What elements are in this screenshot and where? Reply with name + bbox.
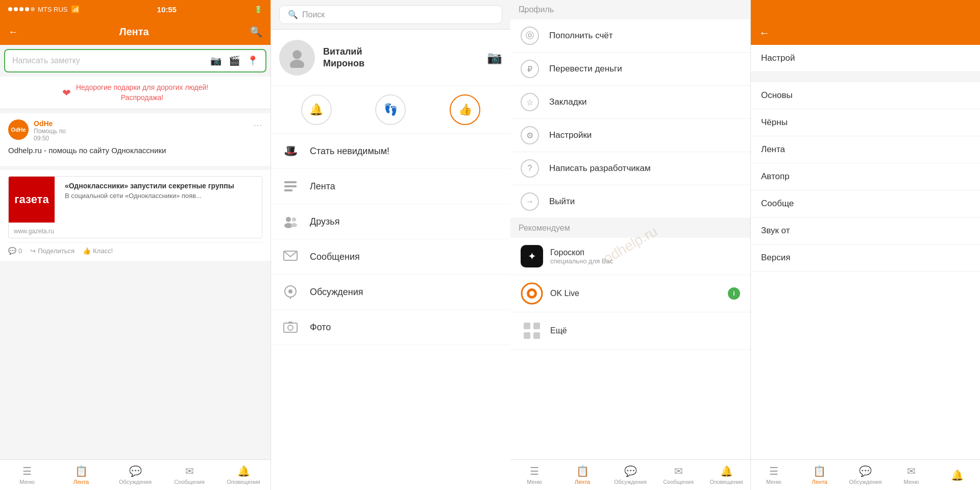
profile-actions: 🔔 👣 👍 — [271, 86, 510, 134]
comments-action[interactable]: 💬 0 — [8, 247, 22, 255]
menu-item-discussions[interactable]: Обсуждения — [271, 275, 510, 310]
ad-heart-icon: ❤ — [62, 87, 71, 99]
feed-menu-label: Лента — [310, 181, 335, 192]
pm-top-up[interactable]: ⓞ Пополнить счёт — [510, 19, 750, 53]
dot4 — [25, 7, 29, 11]
recommend-horoscope[interactable]: ✦ Гороскоп специально для Вас — [510, 238, 750, 275]
pm-write-dev[interactable]: ? Написать разработчикам — [510, 152, 750, 185]
pm-bookmarks[interactable]: ☆ Закладки — [510, 86, 750, 119]
feed-time-1: 09:50 — [34, 135, 248, 142]
profile-section: Виталий Миронов 📷 — [271, 30, 510, 86]
oklive-icon — [521, 282, 543, 305]
back-button[interactable]: ← — [8, 26, 18, 38]
settings-item-2[interactable]: Чёрны — [751, 109, 980, 136]
discussions-label: Обсуждения — [119, 479, 152, 485]
footprints-button[interactable]: 👣 — [375, 94, 406, 125]
recommend-more[interactable]: Ещё — [510, 312, 750, 350]
menu-item-friends[interactable]: Друзья — [271, 204, 510, 239]
feed-card-url: www.gazeta.ru — [9, 225, 262, 238]
notifications-label: Оповещения — [227, 479, 260, 485]
feed-panel: MTS RUS 📶 10:55 🔋 ← Лента 🔍 Написать зам… — [0, 0, 271, 490]
like-action[interactable]: 👍 Класс! — [83, 247, 113, 255]
like-label: Класс! — [93, 247, 113, 255]
settings-item-5[interactable]: Сообще — [751, 190, 980, 217]
tab-menu[interactable]: ☰ Меню — [0, 460, 54, 490]
menu-item-messages[interactable]: Сообщения — [271, 239, 510, 275]
menu-item-invisible[interactable]: 🎩 Стать невидимым! — [271, 134, 510, 169]
location-icon[interactable]: 📍 — [247, 55, 258, 66]
share-action[interactable]: ↪ Поделиться — [30, 247, 75, 255]
dot3 — [19, 7, 23, 11]
ok-coin-icon: ⓞ — [521, 27, 539, 45]
transfer-label: Перевести деньги — [549, 64, 622, 74]
settings-header: ← — [751, 0, 980, 45]
p3-tab-notif[interactable]: 🔔 Оповещения — [702, 460, 750, 490]
profile-avatar[interactable] — [279, 40, 315, 76]
pm-transfer[interactable]: ₽ Перевести деньги — [510, 53, 750, 86]
p4-msg-icon: ✉ — [907, 465, 916, 477]
feed-dots-1[interactable]: ⋯ — [253, 119, 262, 131]
settings-item-6[interactable]: Звук от — [751, 217, 980, 244]
tab-messages[interactable]: ✉ Сообщения — [162, 460, 216, 490]
p4-disc-icon: 💬 — [859, 465, 872, 477]
p4-tab-feed[interactable]: 📋 Лента — [797, 460, 843, 490]
settings-item-0[interactable]: Настрой — [751, 45, 980, 72]
p4-tab-disc[interactable]: 💬 Обсуждения — [843, 460, 889, 490]
ad-banner: ❤ Недорогие подарки для дорогих людей! Р… — [0, 77, 271, 109]
like-button[interactable]: 👍 — [450, 94, 480, 125]
p4-tab-menu[interactable]: ☰ Меню — [751, 460, 797, 490]
share-icon: ↪ — [30, 247, 36, 255]
discussions-menu-icon — [281, 283, 300, 301]
search-button[interactable]: 🔍 — [250, 26, 262, 38]
p4-tab-notif[interactable]: 🔔 — [934, 460, 980, 490]
carrier-label: MTS RUS — [38, 6, 68, 13]
tab-feed[interactable]: 📋 Лента — [54, 460, 108, 490]
settings-item-3[interactable]: Лента — [751, 136, 980, 163]
partial-panel: ← Напис Нед OdHe Помощь по газе odhelp.r… — [510, 0, 750, 490]
back-arrow-icon[interactable]: ← — [519, 5, 529, 16]
menu-icon: ☰ — [22, 465, 32, 477]
settings-item-7[interactable]: Версия — [751, 244, 980, 272]
tab-notifications[interactable]: 🔔 Оповещения — [216, 460, 271, 490]
settings-item-4[interactable]: Автопр — [751, 163, 980, 190]
write-note-bar[interactable]: Написать заметку 📷 🎬 📍 — [4, 49, 266, 72]
p4-disc-label: Обсуждения — [849, 479, 882, 485]
svg-rect-20 — [533, 323, 540, 329]
p4-tab-msg[interactable]: ✉ Меню — [888, 460, 934, 490]
menu-item-photo[interactable]: Фото — [271, 310, 510, 345]
settings-label: Настройки — [549, 130, 592, 140]
video-icon[interactable]: 🎬 — [229, 55, 240, 66]
search-placeholder: Поиск — [302, 10, 325, 19]
tab-discussions[interactable]: 💬 Обсуждения — [108, 460, 162, 490]
p3-tab-feed[interactable]: 📋 Лента — [558, 460, 606, 490]
search-bar[interactable]: 🔍 Поиск — [279, 5, 502, 24]
recommend-oklive[interactable]: OK Live i — [510, 275, 750, 312]
p3-tab-menu[interactable]: ☰ Меню — [510, 460, 558, 490]
feed-header: ← Лента 🔍 — [0, 18, 271, 45]
camera-icon[interactable]: 📷 — [210, 55, 222, 66]
dot5 — [31, 7, 35, 11]
p3-tab-disc[interactable]: 💬 Обсуждения — [606, 460, 654, 490]
settings-item-1[interactable]: Основы — [751, 82, 980, 109]
menu-item-feed[interactable]: Лента — [271, 169, 510, 204]
horoscope-text: Гороскоп специально для Вас — [550, 248, 740, 265]
menu-label: Меню — [19, 479, 35, 485]
feed-actions: 💬 0 ↪ Поделиться 👍 Класс! — [8, 242, 262, 255]
pm-logout[interactable]: → Выйти — [510, 185, 750, 218]
p3-tab-msg[interactable]: ✉ Сообщения — [654, 460, 702, 490]
settings-panel: ← Настрой Основы Чёрны Лента Автопр Сооб… — [750, 0, 980, 490]
like-icon: 👍 — [83, 247, 91, 255]
top-up-label: Пополнить счёт — [549, 31, 613, 41]
feed-icon: 📋 — [75, 465, 88, 477]
more-text: Ещё — [550, 326, 740, 335]
discussions-icon: 💬 — [129, 465, 142, 477]
logout-label: Выйти — [549, 197, 575, 207]
notifications-button[interactable]: 🔔 — [301, 94, 332, 125]
settings-icon: ⚙ — [521, 126, 539, 144]
pm-settings[interactable]: ⚙ Настройки — [510, 119, 750, 152]
write-dev-label: Написать разработчикам — [549, 163, 651, 174]
camera-icon[interactable]: 📷 — [487, 51, 502, 65]
status-time: 10:55 — [157, 5, 177, 14]
settings-back-icon[interactable]: ← — [759, 27, 770, 40]
svg-rect-15 — [288, 322, 292, 324]
